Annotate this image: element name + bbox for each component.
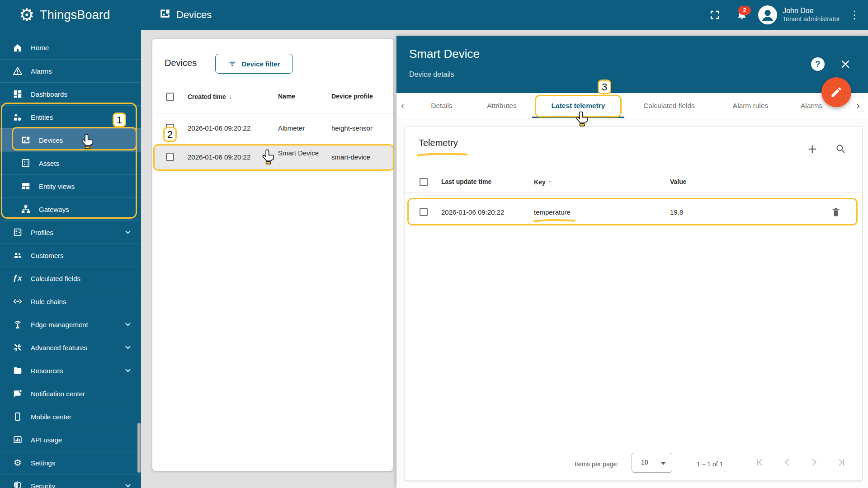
tab-details[interactable]: Details [431, 93, 452, 118]
tab-calculated-fields[interactable]: Calculated fields [643, 93, 695, 118]
row-checkbox[interactable] [166, 153, 174, 161]
user-role: Tenant administrator [783, 15, 840, 23]
cell-device-name: Smart Device [278, 149, 320, 157]
previous-page-button[interactable] [781, 456, 793, 468]
people-icon [12, 250, 23, 261]
select-caret-icon [660, 462, 666, 465]
fx-icon: ƒx [12, 273, 23, 284]
breadcrumb: Devices [159, 8, 212, 22]
notifications-button[interactable]: 2 [732, 5, 752, 25]
sidebar-item-edge-management[interactable]: Edge management [0, 313, 141, 336]
sidebar-item-entity-views[interactable]: Entity views [0, 174, 141, 197]
cell-created-time: 2026-01-06 09:20:22 [188, 124, 250, 132]
delete-telemetry-button[interactable] [828, 204, 844, 220]
sidebar-item-api-usage[interactable]: API usage [0, 428, 141, 451]
shield-icon [12, 480, 23, 488]
badge-icon [12, 227, 23, 238]
sidebar-item-profiles[interactable]: Profiles [0, 221, 141, 244]
row-checkbox[interactable] [420, 208, 428, 216]
sidebar-item-label: Notification center [31, 390, 85, 398]
sidebar-item-dashboards[interactable]: Dashboards [0, 82, 141, 105]
column-header-device-profile[interactable]: Device profile [331, 93, 373, 100]
add-telemetry-button[interactable]: + [804, 141, 821, 157]
sidebar-item-alarms[interactable]: Alarms [0, 59, 141, 82]
sidebar-item-notification-center[interactable]: Notification center [0, 382, 141, 405]
items-per-page-select[interactable]: 10 [632, 453, 672, 473]
sidebar-item-rule-chains[interactable]: Rule chains [0, 290, 141, 313]
table-divider [405, 192, 862, 193]
device-filter-label: Device filter [241, 60, 280, 68]
sidebar-item-devices[interactable]: Devices [0, 128, 141, 151]
device-filter-button[interactable]: Device filter [215, 54, 293, 74]
sidebar-item-home[interactable]: Home [0, 36, 141, 59]
sidebar-item-security[interactable]: Security [0, 474, 141, 488]
select-all-checkbox[interactable] [166, 93, 174, 101]
search-telemetry-button[interactable] [832, 141, 849, 157]
antenna-icon [12, 319, 23, 330]
column-header-value[interactable]: Value [670, 178, 687, 185]
fullscreen-button[interactable] [705, 5, 725, 25]
sidebar-item-customers[interactable]: Customers [0, 244, 141, 267]
telemetry-paginator: Items per page: 10 1 – 1 of 1 [405, 448, 862, 480]
sidebar-item-label: Calculated fields [31, 275, 80, 282]
telemetry-title: Telemetry [419, 138, 458, 148]
devices-icon [20, 135, 31, 145]
dashboard-grid-icon [12, 89, 23, 99]
sidebar-item-label: Home [31, 44, 49, 52]
cell-value: 19.8 [670, 208, 683, 216]
hand-cursor [80, 134, 94, 149]
filter-icon [228, 59, 237, 68]
device-details-panel: Smart Device Device details ? ‹ Details … [396, 36, 868, 488]
sidebar-item-settings[interactable]: ⚙ Settings [0, 451, 141, 474]
column-header-created-time[interactable]: Created time↓ [188, 93, 232, 100]
bar-chart-icon [12, 434, 23, 445]
column-header-key[interactable]: Key↑ [534, 178, 552, 186]
edit-fab-button[interactable] [821, 77, 851, 107]
paginator-range: 1 – 1 of 1 [697, 460, 723, 468]
sidebar-item-resources[interactable]: Resources [0, 359, 141, 382]
sidebar-item-label: Assets [39, 160, 59, 167]
sidebar-item-mobile-center[interactable]: Mobile center [0, 405, 141, 428]
kebab-menu-icon[interactable]: ⋮ [846, 9, 868, 21]
close-button[interactable] [840, 59, 851, 70]
user-info[interactable]: John Doe Tenant administrator [783, 6, 840, 23]
top-app-bar: ⚙ ThingsBoard Devices 2 John Doe Tenant … [0, 0, 868, 30]
tab-alarms[interactable]: Alarms [801, 93, 822, 118]
column-header-name[interactable]: Name [278, 93, 295, 100]
tabs-scroll-right-icon[interactable]: › [857, 100, 860, 111]
last-page-icon [835, 456, 847, 468]
first-page-icon [754, 456, 766, 468]
next-page-button[interactable] [808, 456, 820, 468]
phone-icon [12, 411, 23, 422]
select-all-checkbox[interactable] [420, 178, 428, 186]
breadcrumb-label: Devices [176, 9, 212, 21]
tabs-scroll-left-icon[interactable]: ‹ [401, 100, 404, 111]
avatar[interactable] [758, 5, 777, 24]
step-2-badge: 2 [163, 127, 177, 142]
devices-table-card: Devices Device filter Created time↓ Name… [152, 39, 393, 471]
first-page-button[interactable] [754, 456, 766, 468]
thingsboard-logo[interactable]: ⚙ ThingsBoard [19, 5, 110, 25]
tab-attributes[interactable]: Attributes [487, 93, 516, 118]
cell-key: temperature [534, 208, 571, 216]
sidebar-item-gateways[interactable]: Gateways [0, 197, 141, 221]
sidebar-item-calculated-fields[interactable]: ƒx Calculated fields [0, 267, 141, 290]
sidebar-item-label: Dashboards [31, 90, 67, 98]
brand-name: ThingsBoard [40, 8, 110, 22]
sidebar-scrollbar[interactable] [137, 423, 141, 473]
last-page-button[interactable] [835, 456, 847, 468]
fullscreen-icon [709, 9, 720, 20]
details-tabs-bar: ‹ Details Attributes Latest telemetry Ca… [396, 93, 868, 118]
sidebar-item-assets[interactable]: Assets [0, 151, 141, 174]
sidebar-nav: Home Alarms Dashboards Entities Devices … [0, 30, 141, 488]
sidebar-item-label: Settings [31, 459, 55, 467]
tab-alarm-rules[interactable]: Alarm rules [733, 93, 768, 118]
sidebar-item-advanced-features[interactable]: Advanced features [0, 336, 141, 359]
telemetry-title-marker-underline [416, 152, 468, 157]
hand-cursor [261, 149, 275, 164]
chevron-down-icon [124, 228, 132, 236]
chevron-down-icon [124, 482, 132, 488]
help-button[interactable]: ? [811, 57, 825, 71]
sort-desc-icon: ↓ [229, 93, 232, 100]
column-header-last-update-time[interactable]: Last update time [441, 178, 491, 185]
